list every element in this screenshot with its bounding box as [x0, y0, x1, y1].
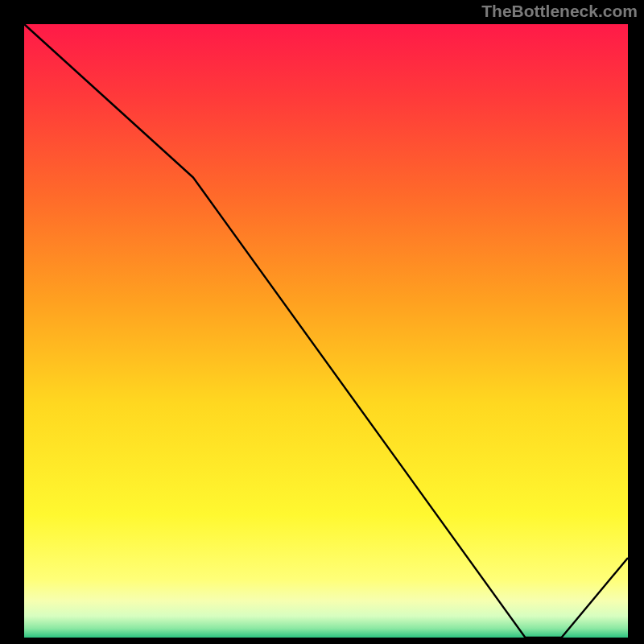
watermark-text: TheBottleneck.com	[481, 2, 638, 21]
bottleneck-chart	[0, 0, 644, 644]
plot-background	[24, 24, 628, 638]
